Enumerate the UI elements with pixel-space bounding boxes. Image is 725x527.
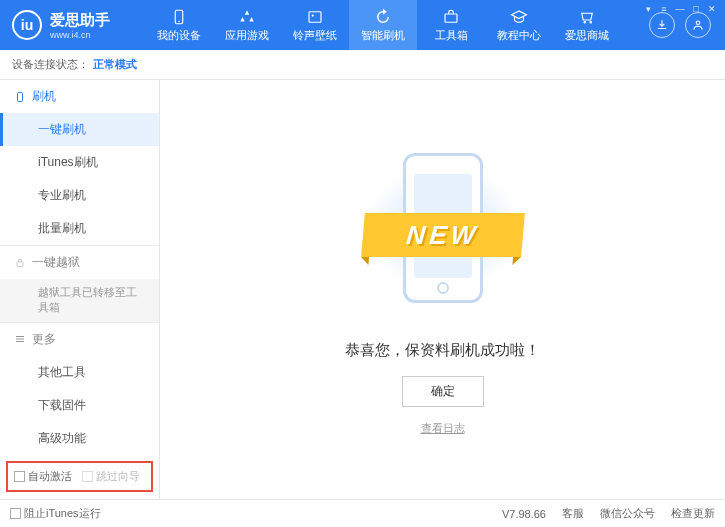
app-name: 爱思助手 — [50, 11, 110, 30]
sidebar-item-other-tools[interactable]: 其他工具 — [0, 356, 159, 389]
toolbox-icon — [441, 8, 461, 26]
svg-rect-4 — [445, 14, 457, 22]
download-icon — [655, 18, 669, 32]
app-logo: iu 爱思助手 www.i4.cn — [0, 10, 145, 40]
footer-link-support[interactable]: 客服 — [562, 506, 584, 521]
menu-icon[interactable]: ▾ — [641, 3, 655, 15]
svg-point-1 — [178, 20, 180, 22]
image-icon — [305, 8, 325, 26]
checkbox-block-itunes[interactable]: 阻止iTunes运行 — [10, 506, 101, 521]
status-label: 设备连接状态： — [12, 57, 89, 72]
app-url: www.i4.cn — [50, 30, 110, 40]
ok-button[interactable]: 确定 — [402, 376, 484, 407]
status-value: 正常模式 — [93, 57, 137, 72]
maximize-icon[interactable]: □ — [689, 3, 703, 15]
phone-icon — [14, 91, 26, 103]
checkbox-auto-activate[interactable]: 自动激活 — [14, 469, 72, 484]
nav-tutorials[interactable]: 教程中心 — [485, 0, 553, 50]
new-banner: NEW — [361, 213, 525, 257]
svg-point-3 — [312, 14, 314, 16]
phone-icon — [169, 8, 189, 26]
user-icon — [691, 18, 705, 32]
sidebar-item-batch-flash[interactable]: 批量刷机 — [0, 212, 159, 245]
checkbox-icon — [10, 508, 21, 519]
lock-icon — [14, 257, 26, 269]
checkbox-highlight-box: 自动激活 跳过向导 — [6, 461, 153, 492]
device-info[interactable]: iPhone 15 Pro Max 512GB iPhone — [0, 498, 159, 499]
nav-flash[interactable]: 智能刷机 — [349, 0, 417, 50]
checkbox-icon — [82, 471, 93, 482]
svg-rect-6 — [18, 92, 23, 101]
footer-link-wechat[interactable]: 微信公众号 — [600, 506, 655, 521]
logo-icon: iu — [12, 10, 42, 40]
svg-rect-2 — [309, 11, 321, 22]
view-log-link[interactable]: 查看日志 — [421, 421, 465, 436]
svg-rect-7 — [17, 262, 23, 267]
sidebar-item-advanced[interactable]: 高级功能 — [0, 422, 159, 455]
status-bar: 设备连接状态： 正常模式 — [0, 50, 725, 80]
close-icon[interactable]: ✕ — [705, 3, 719, 15]
sidebar-item-itunes-flash[interactable]: iTunes刷机 — [0, 146, 159, 179]
sidebar-section-flash[interactable]: 刷机 — [0, 80, 159, 113]
success-message: 恭喜您，保资料刷机成功啦！ — [345, 341, 540, 360]
sidebar-jailbreak-note: 越狱工具已转移至工具箱 — [0, 279, 159, 322]
sidebar-item-pro-flash[interactable]: 专业刷机 — [0, 179, 159, 212]
success-illustration: NEW — [353, 143, 533, 323]
cart-icon — [577, 8, 597, 26]
lock-icon[interactable]: ≡ — [657, 3, 671, 15]
nav-apps[interactable]: 应用游戏 — [213, 0, 281, 50]
sidebar-item-download-firmware[interactable]: 下载固件 — [0, 389, 159, 422]
version-label: V7.98.66 — [502, 508, 546, 520]
nav-ringtones[interactable]: 铃声壁纸 — [281, 0, 349, 50]
app-icon — [237, 8, 257, 26]
nav-my-device[interactable]: 我的设备 — [145, 0, 213, 50]
menu-icon — [14, 333, 26, 345]
sidebar-section-more[interactable]: 更多 — [0, 323, 159, 356]
nav-toolbox[interactable]: 工具箱 — [417, 0, 485, 50]
sidebar-item-oneclick-flash[interactable]: 一键刷机 — [0, 113, 159, 146]
minimize-icon[interactable]: — — [673, 3, 687, 15]
checkbox-icon — [14, 471, 25, 482]
graduation-icon — [509, 8, 529, 26]
footer-link-update[interactable]: 检查更新 — [671, 506, 715, 521]
checkbox-skip-wizard[interactable]: 跳过向导 — [82, 469, 140, 484]
refresh-icon — [373, 8, 393, 26]
svg-point-5 — [696, 21, 700, 25]
sidebar-section-jailbreak: 一键越狱 — [0, 246, 159, 279]
nav-store[interactable]: 爱思商城 — [553, 0, 621, 50]
